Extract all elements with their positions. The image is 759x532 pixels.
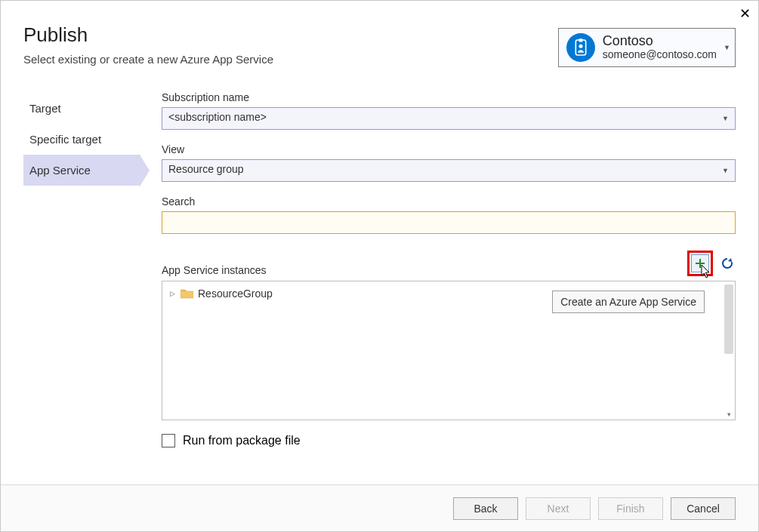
finish-button[interactable]: Finish [598, 497, 663, 520]
svg-point-2 [579, 45, 582, 48]
search-input[interactable] [162, 211, 736, 234]
chevron-down-icon: ▼ [722, 167, 729, 174]
cancel-button[interactable]: Cancel [671, 497, 736, 520]
dialog-header: Publish Select existing or create a new … [1, 1, 758, 66]
account-email: someone@contoso.com [603, 49, 717, 60]
run-from-package-row: Run from package file [162, 434, 736, 447]
subscription-select[interactable]: <subscription name> ▼ [162, 107, 736, 130]
account-text: Contoso someone@contoso.com [603, 34, 717, 60]
view-value: Resource group [168, 163, 244, 175]
refresh-icon [720, 257, 734, 270]
form-panel: Subscription name <subscription name> ▼ … [140, 88, 758, 447]
view-select[interactable]: Resource group ▼ [162, 159, 736, 182]
account-picker[interactable]: Contoso someone@contoso.com ▼ [558, 28, 736, 67]
subscription-label: Subscription name [162, 91, 736, 103]
back-button[interactable]: Back [453, 497, 518, 520]
run-from-package-checkbox[interactable] [162, 434, 175, 447]
chevron-down-icon: ▼ [724, 44, 730, 51]
svg-rect-1 [579, 38, 582, 42]
instances-tree[interactable]: Create an Azure App Service ▷ ResourceGr… [162, 281, 736, 420]
next-button[interactable]: Next [526, 497, 591, 520]
annotation-highlight [687, 251, 713, 276]
folder-icon [180, 288, 193, 299]
account-avatar [566, 33, 595, 62]
scroll-down-icon[interactable]: ▾ [725, 411, 733, 418]
step-specific-target[interactable]: Specific target [23, 124, 140, 155]
chevron-down-icon: ▼ [722, 115, 729, 122]
dialog-footer: Back Next Finish Cancel [1, 484, 758, 531]
plus-icon [695, 258, 705, 269]
search-label: Search [162, 195, 736, 208]
run-from-package-label: Run from package file [183, 434, 301, 447]
account-org: Contoso [603, 34, 717, 49]
create-tooltip: Create an Azure App Service [552, 291, 705, 313]
subscription-value: <subscription name> [168, 111, 267, 123]
instances-toolbar [687, 251, 736, 276]
create-app-service-button[interactable] [691, 254, 709, 272]
step-app-service[interactable]: App Service [23, 155, 140, 186]
publish-dialog: ✕ Publish Select existing or create a ne… [0, 0, 759, 532]
scrollbar-thumb[interactable] [724, 284, 733, 354]
view-label: View [162, 143, 736, 155]
step-target[interactable]: Target [23, 93, 140, 124]
refresh-button[interactable] [719, 255, 736, 272]
instances-label: App Service instances [162, 264, 267, 276]
id-badge-icon [573, 38, 588, 57]
expand-icon[interactable]: ▷ [168, 290, 176, 297]
tree-node-label: ResourceGroup [198, 288, 273, 300]
wizard-steps: Target Specific target App Service [1, 88, 140, 447]
